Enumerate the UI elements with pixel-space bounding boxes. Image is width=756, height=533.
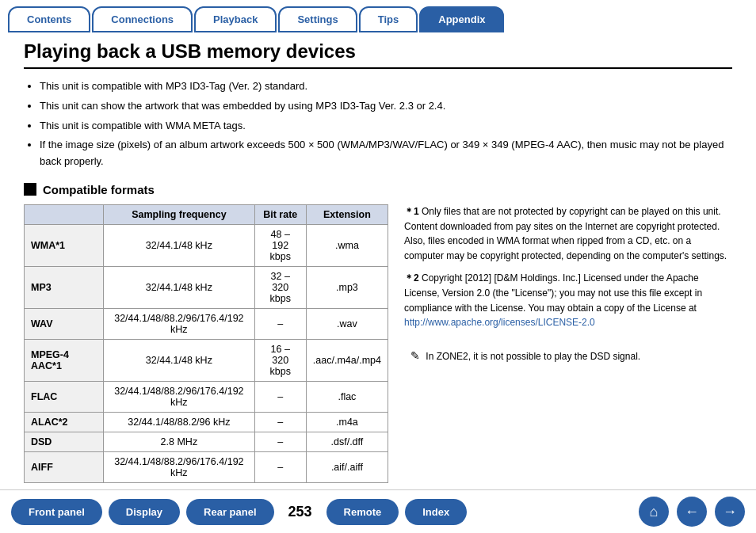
table-row: ALAC*232/44.1/48/88.2/96 kHz–.m4a [25,412,388,432]
row-extension: .m4a [306,412,388,432]
row-extension: .dsf/.dff [306,432,388,451]
bullet-1: This unit is compatible with MP3 ID3-Tag… [40,78,732,95]
row-format-label: AIFF [25,451,104,482]
section-title: Compatible formats [24,183,732,196]
footnote-2-ref: ＊2 [404,272,419,284]
row-bitrate: 16 – 320 kbps [254,339,306,381]
row-bitrate: 32 – 320 kbps [254,266,306,308]
footnote-1: ＊1 Only files that are not protected by … [404,204,732,263]
row-bitrate: – [254,381,306,412]
home-button[interactable]: ⌂ [639,497,669,527]
table-row: MPEG-4 AAC*132/44.1/48 kHz16 – 320 kbps.… [25,339,388,381]
tab-appendix[interactable]: Appendix [419,6,504,32]
bullet-2: This unit can show the artwork that was … [40,98,732,115]
row-extension: .aif/.aiff [306,451,388,482]
row-format-label: MP3 [25,266,104,308]
th-format [25,204,104,224]
row-sampling: 32/44.1/48/88.2/96 kHz [104,412,255,432]
bullet-4: If the image size (pixels) of an album a… [40,137,732,170]
row-sampling: 32/44.1/48/88.2/96/176.4/192 kHz [104,451,255,482]
row-sampling: 32/44.1/48 kHz [104,266,255,308]
row-bitrate: 48 – 192 kbps [254,224,306,266]
row-format-label: MPEG-4 AAC*1 [25,339,104,381]
th-sampling: Sampling frequency [104,204,255,224]
table-row: WAV32/44.1/48/88.2/96/176.4/192 kHz–.wav [25,308,388,339]
th-bitrate: Bit rate [254,204,306,224]
footnote-2-text: Copyright [2012] [D&M Holdings. Inc.] Li… [404,272,702,313]
tab-playback[interactable]: Playback [194,6,277,32]
footnote-2: ＊2 Copyright [2012] [D&M Holdings. Inc.]… [404,271,732,329]
intro-bullets: This unit is compatible with MP3 ID3-Tag… [24,78,732,170]
main-content: Playing back a USB memory devices This u… [0,32,756,491]
row-format-label: WMA*1 [25,224,104,266]
table-row: WMA*132/44.1/48 kHz48 – 192 kbps.wma [25,224,388,266]
note-text: In ZONE2, it is not possible to play the… [426,351,640,362]
footnote-1-text: Only files that are not protected by cop… [404,206,727,261]
tab-connections[interactable]: Connections [92,6,193,32]
tab-settings[interactable]: Settings [278,6,357,32]
table-row: MP332/44.1/48 kHz32 – 320 kbps.mp3 [25,266,388,308]
row-bitrate: – [254,432,306,451]
tab-tips[interactable]: Tips [359,6,418,32]
table-row: FLAC32/44.1/48/88.2/96/176.4/192 kHz–.fl… [25,381,388,412]
rear-panel-button[interactable]: Rear panel [186,499,273,525]
remote-button[interactable]: Remote [326,499,399,525]
row-sampling: 32/44.1/48/88.2/96/176.4/192 kHz [104,308,255,339]
row-extension: .flac [306,381,388,412]
forward-arrow-icon: → [723,504,737,520]
table-row: AIFF32/44.1/48/88.2/96/176.4/192 kHz–.ai… [25,451,388,482]
page-number: 253 [288,504,312,520]
front-panel-button[interactable]: Front panel [11,499,102,525]
bottom-bar: Front panel Display Rear panel 253 Remot… [0,489,756,533]
home-icon: ⌂ [650,504,659,520]
row-extension: .wma [306,224,388,266]
row-format-label: ALAC*2 [25,412,104,432]
index-button[interactable]: Index [405,499,467,525]
row-sampling: 32/44.1/48 kHz [104,339,255,381]
th-extension: Extension [306,204,388,224]
row-bitrate: – [254,308,306,339]
tab-contents[interactable]: Contents [8,6,90,32]
row-bitrate: – [254,412,306,432]
note-block: In ZONE2, it is not possible to play the… [404,341,732,371]
row-extension: .aac/.m4a/.mp4 [306,339,388,381]
row-extension: .mp3 [306,266,388,308]
table-row: DSD2.8 MHz–.dsf/.dff [25,432,388,451]
row-sampling: 32/44.1/48/88.2/96/176.4/192 kHz [104,381,255,412]
row-bitrate: – [254,451,306,482]
footnotes-column: ＊1 Only files that are not protected by … [404,204,732,483]
row-format-label: DSD [25,432,104,451]
forward-button[interactable]: → [715,497,745,527]
footnote-1-ref: ＊1 [404,206,419,217]
row-sampling: 32/44.1/48 kHz [104,224,255,266]
row-extension: .wav [306,308,388,339]
display-button[interactable]: Display [109,499,180,525]
back-button[interactable]: ← [677,497,707,527]
row-sampling: 2.8 MHz [104,432,255,451]
row-format-label: WAV [25,308,104,339]
table-column: Sampling frequency Bit rate Extension WM… [24,204,388,483]
back-arrow-icon: ← [685,504,699,520]
top-navigation: Contents Connections Playback Settings T… [0,0,756,32]
two-column-layout: Sampling frequency Bit rate Extension WM… [24,204,732,483]
bullet-3: This unit is compatible with WMA META ta… [40,118,732,135]
page-title: Playing back a USB memory devices [24,40,732,69]
formats-table: Sampling frequency Bit rate Extension WM… [24,204,388,483]
row-format-label: FLAC [25,381,104,412]
footnote-2-link[interactable]: http://www.apache.org/licenses/LICENSE-2… [404,317,595,328]
